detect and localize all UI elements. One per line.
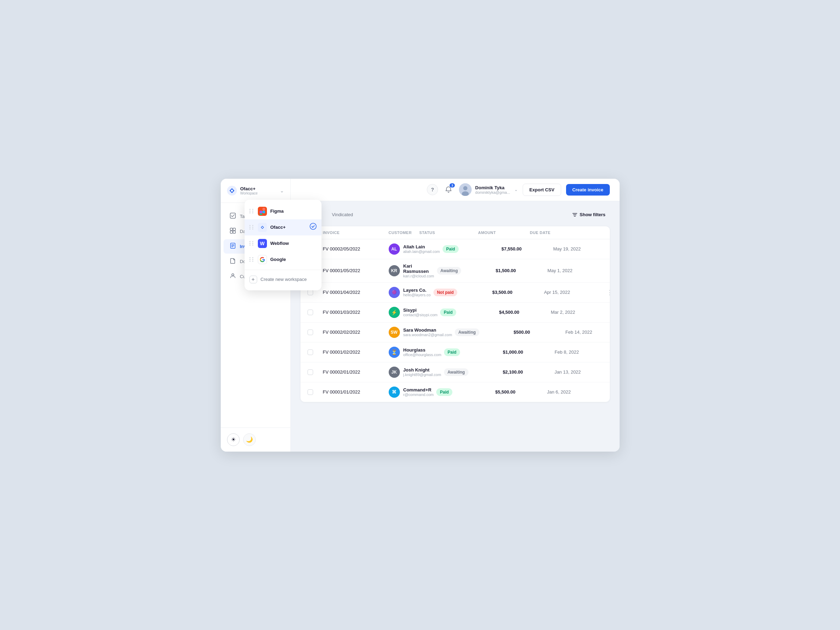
customer-name: Aliah Lain <box>403 244 440 249</box>
customer-avatar: ⏳ <box>389 347 400 358</box>
row-more-button[interactable]: ⋮ <box>606 267 610 275</box>
user-avatar <box>459 183 472 196</box>
workspace-logo-figma <box>258 207 267 216</box>
customer-cell: ⚡ Sisypi contact@sisypi.com <box>389 307 438 318</box>
row-checkbox[interactable] <box>308 389 313 395</box>
create-workspace-item[interactable]: + Create new workspace <box>245 272 322 287</box>
amount: $1,500.00 <box>496 268 545 273</box>
sidebar-footer: ☀ 🌙 <box>221 428 291 452</box>
customer-email: sara.woodman2@gmail.com <box>403 333 452 337</box>
row-more-button[interactable]: ⋮ <box>606 388 609 396</box>
status-badge: Not paid <box>433 289 457 296</box>
header-actions: ? 3 Dominik Tyka dominik <box>427 183 609 196</box>
user-email: dominiktyka@gma... <box>475 190 510 194</box>
workspace-selector[interactable]: Ofacc+ Workspace ⌄ <box>221 179 291 203</box>
table-row: FV 00002/01/2022 JK Josh Knight j.knight… <box>300 362 610 382</box>
workspace-item-google[interactable]: Google <box>245 251 322 268</box>
due-date: Apr 15, 2022 <box>544 290 600 295</box>
table-row: FV 00001/01/2022 ⌘ Command+R r@command.c… <box>300 382 610 402</box>
customer-cell: JK Josh Knight j.knight89@gmail.com <box>389 366 441 378</box>
workspace-logo-ofacc <box>258 223 267 232</box>
customer-name: Layers Co. <box>403 287 431 293</box>
workspace-name-figma: Figma <box>270 208 284 214</box>
svg-point-13 <box>463 186 467 190</box>
notifications-button[interactable]: 3 <box>443 184 454 195</box>
customer-avatar: JK <box>389 366 400 378</box>
customer-avatar: KR <box>389 265 400 276</box>
workspace-name-ofacc: Ofacc+ <box>270 224 286 230</box>
workspace-item-figma[interactable]: Figma <box>245 203 322 219</box>
customer-cell: SW Sara Woodman sara.woodman2@gmail.com <box>389 327 452 338</box>
svg-rect-6 <box>233 231 235 233</box>
invoice-id: FV 00002/01/2022 <box>323 369 386 375</box>
filter-icon <box>572 212 578 218</box>
dashboard-icon <box>230 228 236 235</box>
documents-icon <box>230 258 236 265</box>
avatar-image <box>459 183 472 196</box>
due-date: Jan 6, 2022 <box>547 389 603 395</box>
help-button[interactable]: ? <box>427 184 438 195</box>
workspace-dropdown: Figma Ofacc+ W Webflow <box>245 200 322 291</box>
svg-rect-17 <box>260 211 262 213</box>
svg-rect-18 <box>260 213 262 215</box>
row-checkbox[interactable] <box>308 349 313 355</box>
create-invoice-button[interactable]: Create invoice <box>566 184 610 196</box>
export-csv-button[interactable]: Export CSV <box>523 184 561 196</box>
row-more-button[interactable]: ⋮ <box>603 289 610 296</box>
customer-name: Josh Knight <box>403 367 441 373</box>
amount: $1,000.00 <box>503 349 552 355</box>
table-row: FV 00001/02/2022 ⏳ Hourglass office@hour… <box>300 343 610 362</box>
row-checkbox[interactable] <box>308 290 313 295</box>
drag-handle <box>249 241 254 246</box>
customer-email: office@hourglass.com <box>403 353 442 357</box>
row-checkbox[interactable] <box>308 309 313 315</box>
app-logo-icon <box>227 186 237 196</box>
due-date: May 1, 2022 <box>548 268 603 273</box>
invoice-id: FV 00002/02/2022 <box>323 330 386 335</box>
customers-icon <box>230 273 236 280</box>
customer-avatar: AL <box>389 243 400 255</box>
svg-point-20 <box>262 227 263 228</box>
amount: $3,500.00 <box>492 290 541 295</box>
light-theme-button[interactable]: ☀ <box>227 433 240 446</box>
drag-handle <box>249 225 254 229</box>
workspace-logo-google <box>258 255 267 264</box>
table-row: FV 00001/05/2022 KR Kari Rasmussen kari.… <box>300 259 610 283</box>
workspace-item-webflow[interactable]: W Webflow <box>245 235 322 251</box>
create-workspace-plus-icon: + <box>249 276 257 283</box>
svg-rect-3 <box>230 228 233 231</box>
drag-handle <box>249 209 254 213</box>
workspace-chevron-icon: ⌄ <box>280 188 284 193</box>
svg-rect-4 <box>233 228 235 231</box>
workspace-name-webflow: Webflow <box>270 241 289 246</box>
table-row: FV 00002/02/2022 SW Sara Woodman sara.wo… <box>300 322 610 343</box>
col-amount: AMOUNT <box>478 231 527 235</box>
show-filters-button[interactable]: Show filters <box>568 210 610 220</box>
dark-theme-button[interactable]: 🌙 <box>243 433 256 446</box>
table-header-row: INVOICE CUSTOMER STATUS AMOUNT DUE DATE <box>300 226 610 239</box>
tab-vindicated[interactable]: Vindicated <box>327 210 358 219</box>
svg-rect-15 <box>260 208 262 211</box>
due-date: Jan 13, 2022 <box>554 369 610 375</box>
invoices-icon <box>230 243 236 250</box>
table-row: FV 00002/05/2022 AL Aliah Lain aliah.lai… <box>300 239 610 259</box>
workspace-item-ofacc[interactable]: Ofacc+ <box>245 219 322 235</box>
status-badge: Paid <box>444 348 460 356</box>
user-name: Dominik Tyka <box>475 185 510 190</box>
status-badge: Paid <box>436 388 452 396</box>
svg-rect-16 <box>262 208 265 211</box>
row-checkbox[interactable] <box>308 369 313 375</box>
svg-point-11 <box>232 273 234 276</box>
invoice-id: FV 00001/01/2022 <box>323 389 386 395</box>
user-menu[interactable]: Dominik Tyka dominiktyka@gma... ⌄ <box>459 183 518 196</box>
customer-cell: ⌘ Command+R r@command.com <box>389 387 434 398</box>
amount: $500.00 <box>513 330 562 335</box>
row-checkbox[interactable] <box>308 330 313 335</box>
customer-avatar: 🟣 <box>389 287 400 298</box>
due-date: Feb 8, 2022 <box>554 349 609 355</box>
due-date: Feb 14, 2022 <box>565 330 609 335</box>
svg-rect-5 <box>230 231 233 233</box>
svg-point-1 <box>231 189 233 192</box>
app-subtitle: Workspace <box>240 191 258 195</box>
content-area: Expired Vindicated Show filters INVOICE … <box>291 201 620 452</box>
